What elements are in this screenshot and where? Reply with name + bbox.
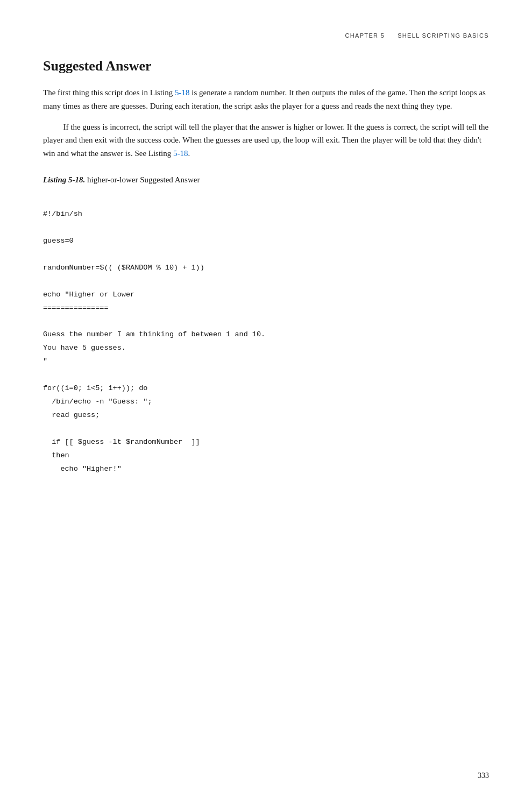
page-header: CHAPTER 5 SHELL SCRIPTING BASICS <box>43 32 489 39</box>
section-heading: Suggested Answer <box>43 58 489 74</box>
code-line-1: #!/bin/sh <box>43 210 82 218</box>
code-line-blank-6 <box>43 424 47 433</box>
listing-link-1[interactable]: 5-18 <box>175 88 190 97</box>
code-line-6: Guess the number I am thinking of betwee… <box>43 330 265 338</box>
listing-label: Listing 5-18. higher-or-lower Suggested … <box>43 175 489 185</box>
code-block: #!/bin/sh guess=0 randomNumber=$(( ($RAN… <box>43 194 489 490</box>
code-line-blank-3 <box>43 277 47 285</box>
code-line-8: " <box>43 357 47 365</box>
code-line-blank-5 <box>43 371 47 379</box>
code-line-7: You have 5 guesses. <box>43 344 126 352</box>
code-line-9: for((i=0; i<5; i++)); do <box>43 384 147 392</box>
code-line-blank-2 <box>43 250 47 258</box>
listing-label-desc: higher-or-lower Suggested Answer <box>85 175 200 184</box>
code-line-13: then <box>43 451 69 459</box>
listing-link-2[interactable]: 5-18 <box>173 149 188 158</box>
listing-label-italic: Listing 5-18. <box>43 175 85 184</box>
code-line-4: echo "Higher or Lower <box>43 291 134 299</box>
header-title: SHELL SCRIPTING BASICS <box>398 32 489 39</box>
paragraph-1: The first thing this script does in List… <box>43 86 489 113</box>
code-line-2: guess=0 <box>43 237 74 245</box>
header-chapter: CHAPTER 5 <box>345 32 385 39</box>
code-line-3: randomNumber=$(( ($RANDOM % 10) + 1)) <box>43 264 204 272</box>
paragraph-2: If the guess is incorrect, the script wi… <box>43 121 489 160</box>
code-line-blank-1 <box>43 223 47 231</box>
code-line-5: =============== <box>43 304 109 312</box>
code-line-12: if [[ $guess -lt $randomNumber ]] <box>43 438 200 446</box>
page-container: CHAPTER 5 SHELL SCRIPTING BASICS Suggest… <box>0 0 532 807</box>
code-line-blank-4 <box>43 317 47 325</box>
code-line-14: echo "Higher!" <box>43 465 122 473</box>
page-number: 333 <box>478 771 489 780</box>
code-line-11: read guess; <box>43 411 100 419</box>
code-line-10: /bin/echo -n "Guess: "; <box>43 398 152 406</box>
